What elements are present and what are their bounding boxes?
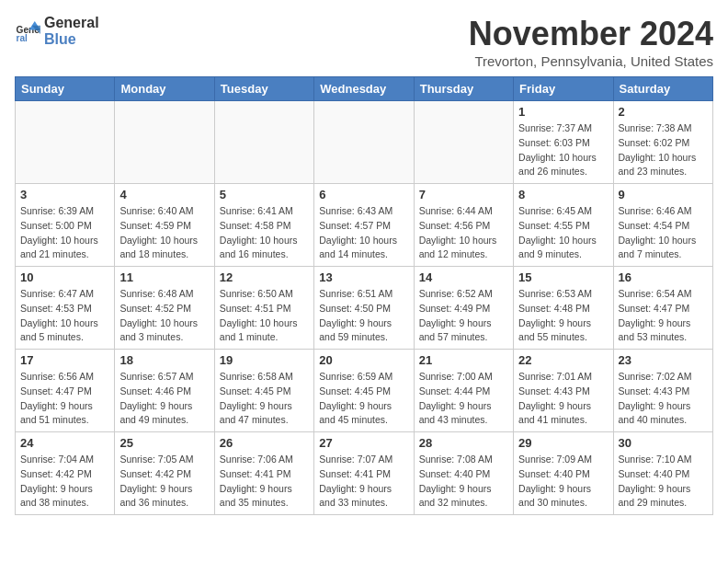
day-info: Sunrise: 7:02 AM Sunset: 4:43 PM Dayligh… — [619, 370, 708, 428]
calendar-cell: 9Sunrise: 6:46 AM Sunset: 4:54 PM Daylig… — [613, 184, 712, 267]
calendar-cell: 22Sunrise: 7:01 AM Sunset: 4:43 PM Dayli… — [514, 350, 613, 432]
day-header-wednesday: Wednesday — [314, 77, 414, 101]
location: Trevorton, Pennsylvania, United States — [469, 53, 713, 69]
day-info: Sunrise: 6:46 AM Sunset: 4:54 PM Dayligh… — [619, 204, 708, 262]
day-number: 6 — [319, 188, 408, 201]
calendar-cell: 25Sunrise: 7:05 AM Sunset: 4:42 PM Dayli… — [115, 432, 214, 515]
day-info: Sunrise: 6:58 AM Sunset: 4:45 PM Dayligh… — [220, 370, 309, 428]
calendar-cell: 13Sunrise: 6:51 AM Sunset: 4:50 PM Dayli… — [314, 267, 414, 350]
day-number: 29 — [518, 436, 608, 450]
day-number: 21 — [419, 353, 508, 367]
calendar-cell: 12Sunrise: 6:50 AM Sunset: 4:51 PM Dayli… — [214, 267, 313, 350]
day-number: 12 — [220, 270, 309, 284]
day-info: Sunrise: 6:41 AM Sunset: 4:58 PM Dayligh… — [220, 204, 309, 262]
day-number: 19 — [220, 353, 309, 367]
day-info: Sunrise: 6:56 AM Sunset: 4:47 PM Dayligh… — [20, 370, 109, 428]
day-number: 20 — [319, 353, 408, 367]
day-info: Sunrise: 7:04 AM Sunset: 4:42 PM Dayligh… — [20, 453, 109, 511]
day-number: 28 — [419, 436, 508, 450]
day-number: 8 — [518, 188, 608, 201]
day-number: 7 — [419, 188, 508, 201]
day-number: 5 — [220, 188, 309, 201]
day-info: Sunrise: 7:37 AM Sunset: 6:03 PM Dayligh… — [518, 121, 608, 179]
calendar-cell: 26Sunrise: 7:06 AM Sunset: 4:41 PM Dayli… — [214, 432, 313, 515]
calendar-cell: 8Sunrise: 6:45 AM Sunset: 4:55 PM Daylig… — [514, 184, 613, 267]
calendar-cell: 3Sunrise: 6:39 AM Sunset: 5:00 PM Daylig… — [16, 184, 115, 267]
calendar-cell: 5Sunrise: 6:41 AM Sunset: 4:58 PM Daylig… — [214, 184, 313, 267]
day-info: Sunrise: 7:00 AM Sunset: 4:44 PM Dayligh… — [419, 370, 508, 428]
calendar-cell: 14Sunrise: 6:52 AM Sunset: 4:49 PM Dayli… — [414, 267, 513, 350]
day-info: Sunrise: 6:52 AM Sunset: 4:49 PM Dayligh… — [419, 287, 508, 345]
svg-text:ral: ral — [17, 32, 28, 42]
day-info: Sunrise: 6:50 AM Sunset: 4:51 PM Dayligh… — [220, 287, 309, 345]
calendar-cell: 2Sunrise: 7:38 AM Sunset: 6:02 PM Daylig… — [613, 101, 712, 184]
week-row-2: 3Sunrise: 6:39 AM Sunset: 5:00 PM Daylig… — [16, 184, 713, 267]
day-info: Sunrise: 6:59 AM Sunset: 4:45 PM Dayligh… — [319, 370, 408, 428]
day-info: Sunrise: 6:43 AM Sunset: 4:57 PM Dayligh… — [319, 204, 408, 262]
day-info: Sunrise: 7:07 AM Sunset: 4:41 PM Dayligh… — [319, 453, 408, 511]
calendar-cell: 10Sunrise: 6:47 AM Sunset: 4:53 PM Dayli… — [16, 267, 115, 350]
day-info: Sunrise: 7:05 AM Sunset: 4:42 PM Dayligh… — [119, 453, 209, 511]
day-number: 30 — [619, 436, 708, 450]
week-row-1: 1Sunrise: 7:37 AM Sunset: 6:03 PM Daylig… — [16, 101, 713, 184]
calendar-cell — [214, 101, 313, 184]
calendar-cell: 15Sunrise: 6:53 AM Sunset: 4:48 PM Dayli… — [514, 267, 613, 350]
day-info: Sunrise: 7:10 AM Sunset: 4:40 PM Dayligh… — [619, 453, 708, 511]
day-info: Sunrise: 7:38 AM Sunset: 6:02 PM Dayligh… — [619, 121, 708, 179]
day-number: 17 — [20, 353, 109, 367]
calendar-cell: 29Sunrise: 7:09 AM Sunset: 4:40 PM Dayli… — [514, 432, 613, 515]
calendar-cell: 6Sunrise: 6:43 AM Sunset: 4:57 PM Daylig… — [314, 184, 414, 267]
calendar-cell: 20Sunrise: 6:59 AM Sunset: 4:45 PM Dayli… — [314, 350, 414, 432]
calendar-cell: 27Sunrise: 7:07 AM Sunset: 4:41 PM Dayli… — [314, 432, 414, 515]
day-number: 23 — [619, 353, 708, 367]
title-area: November 2024 Trevorton, Pennsylvania, U… — [469, 15, 713, 69]
day-number: 4 — [119, 188, 209, 201]
calendar-cell: 17Sunrise: 6:56 AM Sunset: 4:47 PM Dayli… — [16, 350, 115, 432]
calendar-cell — [16, 101, 115, 184]
day-info: Sunrise: 6:39 AM Sunset: 5:00 PM Dayligh… — [20, 204, 109, 262]
day-number: 27 — [319, 436, 408, 450]
day-info: Sunrise: 7:01 AM Sunset: 4:43 PM Dayligh… — [518, 370, 608, 428]
day-number: 16 — [619, 270, 708, 284]
day-number: 9 — [619, 188, 708, 201]
day-header-friday: Friday — [514, 77, 613, 101]
calendar-cell: 11Sunrise: 6:48 AM Sunset: 4:52 PM Dayli… — [115, 267, 214, 350]
day-number: 26 — [220, 436, 309, 450]
day-info: Sunrise: 7:06 AM Sunset: 4:41 PM Dayligh… — [220, 453, 309, 511]
day-header-monday: Monday — [115, 77, 214, 101]
day-number: 18 — [119, 353, 209, 367]
week-row-4: 17Sunrise: 6:56 AM Sunset: 4:47 PM Dayli… — [16, 350, 713, 432]
day-number: 2 — [619, 105, 708, 119]
week-row-5: 24Sunrise: 7:04 AM Sunset: 4:42 PM Dayli… — [16, 432, 713, 515]
logo: Gene ral General Blue — [15, 15, 99, 47]
calendar-cell: 18Sunrise: 6:57 AM Sunset: 4:46 PM Dayli… — [115, 350, 214, 432]
day-info: Sunrise: 6:40 AM Sunset: 4:59 PM Dayligh… — [119, 204, 209, 262]
calendar-cell — [314, 101, 414, 184]
day-header-thursday: Thursday — [414, 77, 513, 101]
day-number: 1 — [518, 105, 608, 119]
day-info: Sunrise: 7:08 AM Sunset: 4:40 PM Dayligh… — [419, 453, 508, 511]
calendar-cell: 21Sunrise: 7:00 AM Sunset: 4:44 PM Dayli… — [414, 350, 513, 432]
day-header-tuesday: Tuesday — [214, 77, 313, 101]
logo-line1: General — [44, 15, 99, 31]
day-info: Sunrise: 6:53 AM Sunset: 4:48 PM Dayligh… — [518, 287, 608, 345]
day-number: 10 — [20, 270, 109, 284]
day-number: 24 — [20, 436, 109, 450]
day-info: Sunrise: 6:48 AM Sunset: 4:52 PM Dayligh… — [119, 287, 209, 345]
month-title: November 2024 — [469, 15, 713, 53]
calendar-cell: 19Sunrise: 6:58 AM Sunset: 4:45 PM Dayli… — [214, 350, 313, 432]
day-info: Sunrise: 6:57 AM Sunset: 4:46 PM Dayligh… — [119, 370, 209, 428]
calendar-cell: 28Sunrise: 7:08 AM Sunset: 4:40 PM Dayli… — [414, 432, 513, 515]
header: Gene ral General Blue November 2024 Trev… — [15, 15, 713, 69]
calendar: SundayMondayTuesdayWednesdayThursdayFrid… — [15, 76, 713, 515]
day-info: Sunrise: 6:51 AM Sunset: 4:50 PM Dayligh… — [319, 287, 408, 345]
day-header-sunday: Sunday — [16, 77, 115, 101]
day-info: Sunrise: 7:09 AM Sunset: 4:40 PM Dayligh… — [518, 453, 608, 511]
logo-line2: Blue — [44, 31, 99, 48]
day-header-saturday: Saturday — [613, 77, 712, 101]
day-number: 13 — [319, 270, 408, 284]
logo-icon: Gene ral — [15, 18, 40, 44]
calendar-cell: 4Sunrise: 6:40 AM Sunset: 4:59 PM Daylig… — [115, 184, 214, 267]
calendar-cell: 30Sunrise: 7:10 AM Sunset: 4:40 PM Dayli… — [613, 432, 712, 515]
day-number: 22 — [518, 353, 608, 367]
